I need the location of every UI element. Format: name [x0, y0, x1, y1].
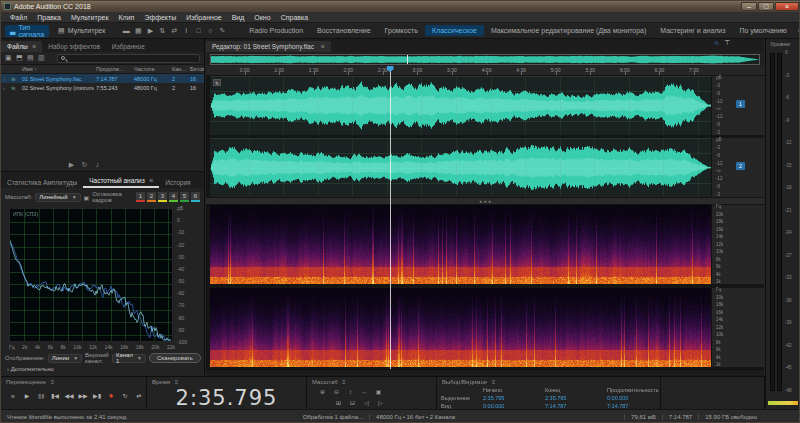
workspace-tab[interactable]: Громкость	[378, 25, 425, 36]
workspace-tab[interactable]: Максимальное редактирование (Два монитор…	[484, 25, 653, 36]
workspace-overflow-button[interactable]: »	[794, 27, 800, 34]
frequency-graph[interactable]: ИПК (СПЗ)	[9, 208, 173, 342]
expand-icon[interactable]: ›	[1, 85, 9, 91]
panel-menu-icon[interactable]: ≡	[342, 379, 346, 385]
hold-button-5[interactable]: 5	[180, 192, 189, 202]
workspace-tab[interactable]: Восстановление	[310, 25, 378, 36]
delete-file-icon[interactable]: ▥	[38, 54, 49, 62]
menu-item[interactable]: Правка	[32, 14, 66, 21]
open-file-icon[interactable]: ▣	[5, 54, 16, 62]
waveform-channel-1[interactable]	[210, 76, 711, 135]
selection-end-value[interactable]: 2:35.795	[545, 395, 607, 401]
stop-button[interactable]: ■	[7, 390, 19, 402]
current-time-display[interactable]: 2:35.795	[147, 386, 306, 410]
advanced-section-toggle[interactable]: › Дополнительно	[1, 366, 54, 372]
menu-item[interactable]: Эффекты	[139, 14, 181, 21]
files-tab[interactable]: Избранное	[106, 41, 151, 52]
display-dropdown[interactable]: Линии ▼	[48, 354, 82, 363]
razor-icon[interactable]: ⇅	[156, 27, 168, 35]
spectral-channel-1[interactable]	[210, 205, 711, 284]
playhead[interactable]	[390, 66, 391, 369]
spectral-channel-2[interactable]	[210, 288, 711, 367]
column-header[interactable]: Битов...	[188, 66, 204, 72]
preview-autoplay-icon[interactable]: ♪	[91, 161, 104, 169]
skip-forward-button[interactable]: ▶▮	[91, 390, 103, 402]
time-selection-icon[interactable]: Ι	[180, 27, 192, 35]
workspace-tab[interactable]: Классическое	[425, 25, 484, 36]
hold-button-3[interactable]: 3	[158, 192, 167, 202]
panel-menu-icon[interactable]: ≡	[51, 379, 55, 385]
edit-indicator-icon[interactable]: ✎	[213, 79, 221, 86]
channel-dropdown[interactable]: Канал 1 ▼	[112, 354, 146, 363]
hold-button-6[interactable]: 6	[191, 192, 200, 202]
zoom-out-amplitude-button[interactable]: ↔	[359, 388, 370, 397]
marquee-selection-icon[interactable]: □	[192, 27, 204, 35]
snapping-magnet-icon[interactable]: ∩	[714, 39, 719, 47]
menu-item[interactable]: Файл	[5, 14, 32, 21]
show-spectral-icon[interactable]: ▦	[132, 27, 144, 35]
selection-start-value[interactable]: 2:35.795	[483, 395, 545, 401]
column-header[interactable]: Продолж...	[94, 66, 132, 72]
rewind-button[interactable]: ◀◀	[63, 390, 75, 402]
skip-selection-button[interactable]: ⇄	[133, 390, 145, 402]
timeline-ruler[interactable]: 0:301:001:302:002:303:003:304:004:305:00…	[206, 66, 764, 76]
column-header[interactable]: Частота	[132, 66, 170, 72]
column-header[interactable]: Кан...	[170, 66, 188, 72]
analysis-tab[interactable]: Частотный анализ ≡	[83, 175, 159, 188]
files-tab[interactable]: Набор эффектов	[42, 41, 106, 52]
record-button[interactable]: ●	[105, 390, 117, 402]
scan-button[interactable]: Сканировать	[149, 353, 201, 363]
waveform-view-toggle[interactable]: ▃ Тип сигнала	[5, 25, 49, 37]
menu-item[interactable]: Клип	[114, 14, 140, 21]
editor-tab[interactable]: Редактор: 01 Street Symphony.flac ≡	[206, 41, 331, 52]
marker-icon[interactable]: ⊤	[724, 39, 730, 47]
zoom-reset-button[interactable]: ▣	[373, 388, 384, 397]
column-header[interactable]: Имя ↑	[20, 66, 94, 72]
hold-button-2[interactable]: 2	[147, 192, 156, 202]
import-file-icon[interactable]: ⬒	[16, 54, 27, 62]
menu-item[interactable]: Окно	[249, 14, 275, 21]
zoom-in-amplitude-button[interactable]: ↕	[345, 388, 356, 397]
move-playhead-icon[interactable]: ▶	[144, 27, 156, 35]
expand-icon[interactable]: ›	[1, 76, 9, 82]
hold-button-1[interactable]: 1	[136, 192, 145, 202]
file-row[interactable]: ›≋02 Street Symphony (instruments).flac7…	[1, 83, 204, 92]
waveform-channel-2[interactable]	[210, 138, 711, 197]
scale-dropdown[interactable]: Линейный ▼	[35, 193, 80, 202]
panel-menu-icon[interactable]: ≡	[492, 379, 496, 385]
spectral-display[interactable]: Гц20k18k16k14k12k10k8k6k4k1k Гц20k18k16k…	[206, 205, 764, 369]
file-row[interactable]: ›≋01 Street Symphony.flac7:14.78748000 Г…	[1, 74, 204, 83]
minimize-button[interactable]: –	[741, 2, 757, 11]
menu-item[interactable]: Вид	[227, 14, 250, 21]
menu-item[interactable]: Мультитрек	[66, 14, 114, 21]
panel-menu-icon[interactable]: ≡	[175, 379, 179, 385]
maximize-button[interactable]: □	[758, 2, 774, 11]
zoom-full-button[interactable]: ⊟	[347, 399, 358, 408]
title-bar[interactable]: Adobe Audition CC 2018 – □ ×	[1, 1, 800, 12]
loop-playback-button[interactable]: ↻	[119, 390, 131, 402]
zoom-sel-right-button[interactable]: ▷	[375, 399, 386, 408]
zoom-sel-left-button[interactable]: ◁	[361, 399, 372, 408]
files-search-input[interactable]	[57, 54, 200, 63]
waveform-display[interactable]: дБ-3-6-12-∞-12-6-3 1 дБ-3-6-12-∞-12-6-3 …	[206, 76, 764, 197]
preview-loop-icon[interactable]: ↻	[78, 161, 91, 169]
multitrack-view-toggle[interactable]: ▤ Мультитрек	[53, 25, 110, 37]
channel-2-badge[interactable]: 2	[736, 162, 745, 170]
show-waveform-icon[interactable]: ▬	[120, 27, 132, 35]
channel-1-badge[interactable]: 1	[736, 100, 745, 108]
menu-item[interactable]: Справка	[276, 14, 313, 21]
lasso-selection-icon[interactable]: ○	[204, 27, 216, 35]
new-file-icon[interactable]: ▤	[27, 54, 38, 62]
zoom-out-time-button[interactable]: ⊖	[331, 388, 342, 397]
analysis-tab[interactable]: Статистика Амплитуды	[1, 177, 83, 188]
pause-button[interactable]: ▮▮	[35, 390, 47, 402]
skip-back-button[interactable]: ▮◀	[49, 390, 61, 402]
panel-menu-icon[interactable]: ≡	[148, 177, 154, 184]
zoom-selection-button[interactable]: ⊞	[333, 399, 344, 408]
fast-forward-button[interactable]: ▶▶	[77, 390, 89, 402]
zoom-in-time-button[interactable]: ⊕	[317, 388, 328, 397]
preview-play-icon[interactable]: ▶	[65, 161, 78, 169]
files-tab[interactable]: Файлы ≡	[1, 41, 42, 52]
hold-button-4[interactable]: 4	[169, 192, 178, 202]
workspace-tab[interactable]: Мастеринг и анализ	[653, 25, 732, 36]
